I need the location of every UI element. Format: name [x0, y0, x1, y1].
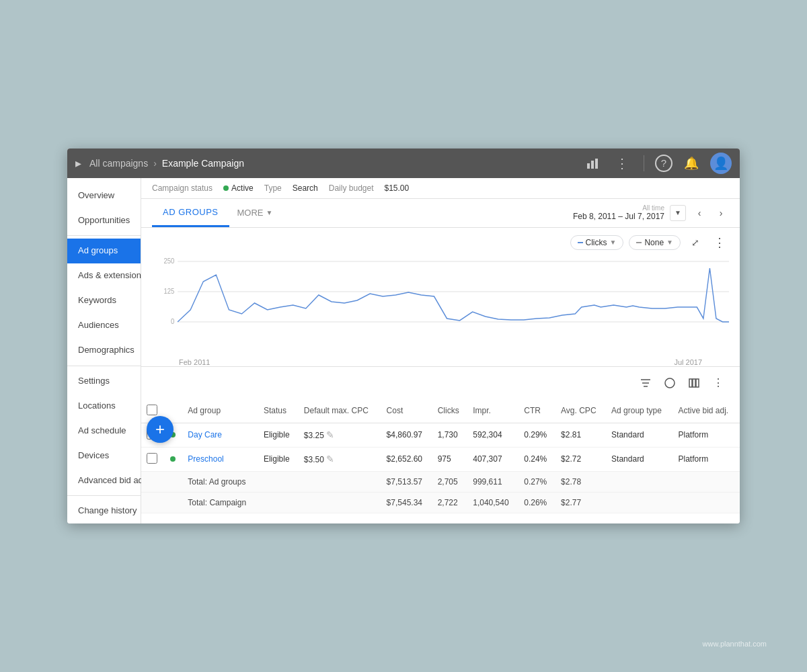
metric-clicks-pill[interactable]: Clicks ▼ — [570, 235, 624, 250]
total-ad-groups-avg-cpc: $2.78 — [555, 471, 606, 492]
filter-button[interactable] — [635, 372, 656, 394]
row-checkbox-preschool[interactable] — [141, 447, 165, 471]
row-bid-adj-daycare: Platform — [673, 423, 740, 447]
select-all-checkbox[interactable] — [147, 405, 157, 415]
row-bid-adj-preschool: Platform — [673, 447, 740, 471]
row-impr-daycare: 592,304 — [467, 423, 518, 447]
breadcrumb-separator: › — [153, 158, 157, 169]
cpc-edit-icon-preschool: ✎ — [326, 454, 334, 464]
clicks-dot — [578, 242, 583, 243]
sidebar-item-keywords[interactable]: Keywords — [67, 288, 141, 313]
topbar-actions: ⋮ ? 🔔 👤 — [582, 153, 732, 174]
table-toolbar: ⋮ — [141, 366, 740, 399]
budget-label: Daily budget — [329, 183, 374, 193]
svg-rect-15 — [696, 379, 699, 387]
total-ad-groups-cost: $7,513.57 — [381, 471, 432, 492]
date-dropdown-button[interactable]: ▼ — [670, 205, 686, 221]
expand-chart-button[interactable]: ⤢ — [686, 233, 705, 252]
table-row: Day Care Eligible $3.25 ✎ $4,860.97 1,73… — [141, 423, 740, 447]
svg-rect-0 — [587, 163, 590, 169]
sidebar-item-change-history[interactable]: Change history — [67, 499, 141, 523]
clicks-label: Clicks — [586, 238, 607, 247]
circle-button[interactable] — [659, 372, 681, 394]
breadcrumb: All campaigns › Example Campaign — [89, 158, 582, 169]
cpc-edit-icon-daycare: ✎ — [326, 429, 334, 440]
sidebar-item-overview[interactable]: Overview — [67, 183, 141, 208]
bell-icon[interactable]: 🔔 — [681, 153, 702, 174]
col-default-cpc: Default max. CPC — [299, 399, 381, 423]
date-range-value: Feb 8, 2011 – Jul 7, 2017 — [573, 212, 664, 221]
status-bar: Campaign status Active Type Search Daily… — [141, 178, 740, 199]
sidebar-item-audiences[interactable]: Audiences — [67, 313, 141, 338]
chart-container: 250 125 0 — [152, 255, 729, 355]
table-more-button[interactable]: ⋮ — [707, 372, 729, 394]
all-campaigns-link[interactable]: All campaigns — [89, 158, 148, 169]
total-campaign-ctr: 0.26% — [518, 492, 555, 513]
none-label: None — [644, 238, 664, 247]
more-icon[interactable]: ⋮ — [611, 153, 633, 174]
user-icon[interactable]: 👤 — [710, 153, 732, 174]
date-prev-button[interactable]: ‹ — [691, 205, 707, 221]
columns-button[interactable] — [683, 372, 705, 394]
col-status: Status — [258, 399, 299, 423]
tab-ad-groups[interactable]: AD GROUPS — [152, 199, 229, 227]
main-layout: Overview Opportunities Ad groups Ads & e… — [67, 178, 740, 524]
col-impr: Impr. — [467, 399, 518, 423]
col-clicks: Clicks — [432, 399, 468, 423]
sidebar-item-devices[interactable]: Devices — [67, 444, 141, 468]
main-content: Campaign status Active Type Search Daily… — [141, 178, 740, 524]
svg-rect-14 — [693, 379, 695, 387]
tab-more[interactable]: MORE ▼ — [229, 200, 281, 226]
row-name-daycare[interactable]: Day Care — [182, 423, 258, 447]
row-cost-daycare: $4,860.97 — [381, 423, 432, 447]
sidebar-item-ad-groups[interactable]: Ad groups — [67, 239, 141, 263]
col-ad-group-type: Ad group type — [606, 399, 672, 423]
chart-more-button[interactable]: ⋮ — [710, 233, 729, 252]
tabs-left: AD GROUPS MORE ▼ — [152, 199, 280, 227]
row-name-preschool[interactable]: Preschool — [182, 447, 258, 471]
sidebar-item-ads-extensions[interactable]: Ads & extensions — [67, 263, 141, 288]
add-ad-group-button[interactable]: + — [147, 416, 174, 443]
sidebar-item-opportunities[interactable]: Opportunities — [67, 208, 141, 233]
tabs-bar: AD GROUPS MORE ▼ All time Feb 8, 2011 – … — [141, 199, 740, 228]
watermark: www.plannthat.com — [703, 640, 767, 648]
svg-rect-13 — [689, 379, 692, 387]
date-next-button[interactable]: › — [713, 205, 729, 221]
chart-x-labels: Feb 2011 Jul 2017 — [152, 358, 729, 366]
none-dot — [636, 242, 642, 243]
topbar: ▸ All campaigns › Example Campaign ⋮ ? 🔔… — [67, 149, 740, 178]
total-ad-groups-label: Total: Ad groups — [182, 471, 258, 492]
col-ad-group[interactable]: Ad group — [182, 399, 258, 423]
row-status-daycare: Eligible — [258, 423, 299, 447]
col-ctr: CTR — [518, 399, 555, 423]
total-campaign-row: Total: Campaign $7,545.34 2,722 1,040,54… — [141, 492, 740, 513]
status-dot — [223, 185, 229, 191]
row-cpc-preschool: $3.50 ✎ — [299, 447, 381, 471]
campaign-status-label: Campaign status — [152, 183, 213, 193]
ad-groups-table: Ad group Status Default max. CPC Cost Cl… — [141, 399, 740, 513]
chart-icon[interactable] — [582, 153, 603, 174]
row-status-preschool: Eligible — [258, 447, 299, 471]
svg-text:125: 125 — [163, 287, 174, 294]
total-campaign-clicks: 2,722 — [432, 492, 468, 513]
col-avg-cpc: Avg. CPC — [555, 399, 606, 423]
row-type-preschool: Standard — [606, 447, 672, 471]
type-value: Search — [293, 183, 318, 193]
table-wrap: Ad group Status Default max. CPC Cost Cl… — [141, 399, 740, 524]
date-range: All time Feb 8, 2011 – Jul 7, 2017 — [573, 204, 664, 221]
row-ctr-daycare: 0.29% — [518, 423, 555, 447]
sidebar-item-advanced-bid[interactable]: Advanced bid adj. — [67, 468, 141, 493]
chart-svg: 250 125 0 — [152, 255, 729, 355]
sidebar-item-settings[interactable]: Settings — [67, 369, 141, 394]
row-cpc-daycare: $3.25 ✎ — [299, 423, 381, 447]
metric-none-pill[interactable]: None ▼ — [629, 235, 681, 250]
sidebar-item-locations[interactable]: Locations — [67, 394, 141, 419]
total-campaign-cost: $7,545.34 — [381, 492, 432, 513]
sidebar-toggle[interactable]: ▸ — [75, 156, 81, 171]
sidebar-item-ad-schedule[interactable]: Ad schedule — [67, 419, 141, 444]
chart-x-label-start: Feb 2011 — [179, 358, 210, 366]
col-cost: Cost — [381, 399, 432, 423]
sidebar-item-demographics[interactable]: Demographics — [67, 338, 141, 363]
col-active-bid: Active bid adj. — [673, 399, 740, 423]
help-icon[interactable]: ? — [655, 155, 672, 172]
